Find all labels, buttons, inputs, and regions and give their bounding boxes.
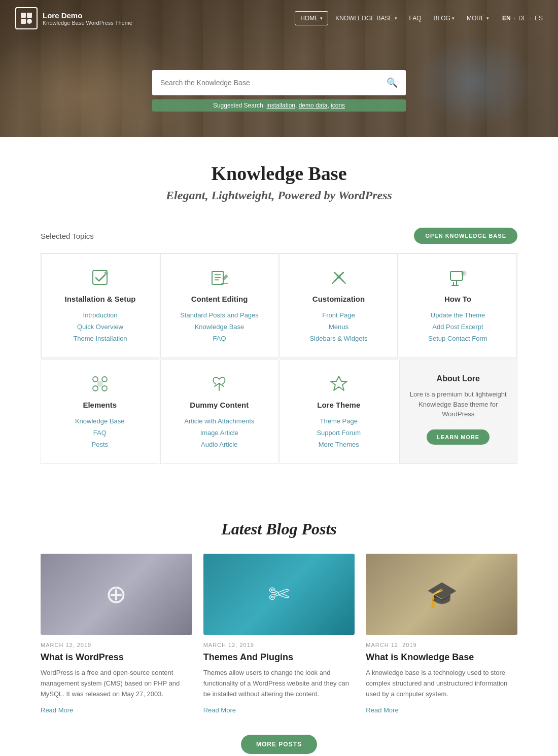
- topic-title-installation: Installation & Setup: [52, 295, 149, 303]
- svg-rect-7: [212, 271, 223, 284]
- topic-grid-row1: Installation & Setup Introduction Quick …: [41, 253, 517, 358]
- blog-card-knowledge-base: 🎓 MARCH 12, 2019 What is Knowledge Base …: [366, 554, 517, 714]
- more-posts-button[interactable]: MORE POSTS: [241, 735, 317, 754]
- svg-text:?: ?: [463, 272, 465, 276]
- logo-icon: [15, 7, 38, 29]
- search-box: 🔍: [152, 70, 406, 95]
- topic-title-howto: How To: [409, 295, 506, 303]
- lang-de[interactable]: DE: [518, 15, 527, 22]
- topic-card-dummy-content: Dummy Content Article with Attachments I…: [160, 359, 279, 464]
- site-logo[interactable]: Lore Demo Knowledge Base WordPress Theme: [15, 7, 132, 29]
- topic-card-content-editing: Content Editing Standard Posts and Pages…: [160, 254, 278, 358]
- blog-grid: ⊕ MARCH 12, 2019 What is WordPress WordP…: [41, 554, 517, 714]
- read-more-2[interactable]: Read More: [203, 706, 236, 714]
- svg-rect-1: [27, 13, 32, 18]
- topic-links-dummy-content: Article with Attachments Image Article A…: [171, 416, 268, 449]
- link-front-page[interactable]: Front Page: [322, 311, 355, 319]
- blog-date-1: MARCH 12, 2019: [41, 642, 192, 648]
- blog-card-themes-plugins: ✄ MARCH 12, 2019 Themes And Plugins Them…: [203, 554, 355, 714]
- topic-links-elements: Knowledge Base FAQ Posts: [51, 416, 149, 449]
- blog-date-2: MARCH 12, 2019: [203, 642, 355, 648]
- search-button[interactable]: 🔍: [378, 70, 406, 95]
- nav-knowledge-base[interactable]: KNOWLEDGE BASE ▾: [330, 12, 402, 25]
- nav-arrow: ▾: [486, 16, 489, 21]
- link-quick-overview[interactable]: Quick Overview: [77, 323, 123, 331]
- topic-card-lore-theme: Lore Theme Theme Page Support Forum More…: [280, 359, 398, 464]
- suggested-link-installation[interactable]: installation: [266, 102, 295, 109]
- link-audio-article[interactable]: Audio Article: [201, 441, 237, 448]
- themes-icon: ✄: [268, 580, 290, 609]
- read-more-1[interactable]: Read More: [41, 706, 73, 714]
- kb-title: Knowledge Base: [41, 162, 517, 185]
- blog-section: Latest Blog Posts ⊕ MARCH 12, 2019 What …: [0, 494, 558, 756]
- link-faq-1[interactable]: FAQ: [213, 335, 226, 342]
- link-theme-page[interactable]: Theme Page: [320, 417, 358, 425]
- topic-links-installation: Introduction Quick Overview Theme Instal…: [52, 310, 149, 343]
- link-menus[interactable]: Menus: [329, 323, 348, 331]
- topics-header: Selected Topics OPEN KNOWLEDGE BASE: [41, 228, 517, 244]
- link-setup-contact-form[interactable]: Setup Contact Form: [428, 335, 487, 342]
- suggested-link-icons[interactable]: icons: [331, 102, 345, 109]
- link-posts-elements[interactable]: Posts: [91, 441, 108, 448]
- link-add-post-excerpt[interactable]: Add Post Excerpt: [432, 323, 483, 331]
- link-more-themes[interactable]: More Themes: [319, 441, 359, 448]
- search-input[interactable]: [152, 71, 378, 94]
- search-section: 🔍 Suggested Search: installation, demo d…: [152, 70, 406, 112]
- topic-links-howto: Update the Theme Add Post Excerpt Setup …: [409, 310, 506, 343]
- topic-card-customization: Customization Front Page Menus Sidebars …: [280, 254, 398, 358]
- blog-section-title: Latest Blog Posts: [41, 520, 517, 538]
- installation-icon: [52, 268, 149, 287]
- topic-title-customization: Customization: [290, 295, 387, 303]
- kb-subtitle: Elegant, Lightweight, Powered by WordPre…: [41, 189, 517, 202]
- nav-blog[interactable]: BLOG ▾: [429, 12, 460, 25]
- open-knowledge-base-button[interactable]: OPEN KNOWLEDGE BASE: [414, 228, 517, 244]
- customization-icon: [290, 268, 387, 287]
- link-article-attachments[interactable]: Article with Attachments: [184, 417, 254, 425]
- blog-date-3: MARCH 12, 2019: [366, 642, 517, 648]
- suggested-search: Suggested Search: installation, demo dat…: [152, 99, 406, 112]
- topic-links-content-editing: Standard Posts and Pages Knowledge Base …: [171, 310, 268, 343]
- blog-post-title-3: What is Knowledge Base: [366, 652, 517, 663]
- suggested-link-demo-data[interactable]: demo data: [299, 102, 328, 109]
- blog-card-wordpress: ⊕ MARCH 12, 2019 What is WordPress WordP…: [41, 554, 192, 714]
- topic-links-customization: Front Page Menus Sidebars & Widgets: [290, 310, 387, 343]
- howto-icon: ?: [409, 268, 506, 287]
- blog-excerpt-2: Themes allow users to change the look an…: [203, 668, 355, 699]
- nav-more[interactable]: MORE ▾: [462, 12, 494, 25]
- language-switcher: EN · DE · ES: [502, 15, 543, 22]
- nav-arrow: ▾: [320, 16, 323, 21]
- link-support-forum[interactable]: Support Forum: [317, 429, 361, 437]
- wordpress-icon: ⊕: [106, 580, 127, 609]
- link-standard-posts[interactable]: Standard Posts and Pages: [180, 311, 259, 319]
- svg-point-23: [93, 386, 98, 391]
- read-more-3[interactable]: Read More: [366, 706, 398, 714]
- learn-more-button[interactable]: LEARN MORE: [427, 429, 490, 445]
- topic-card-elements: Elements Knowledge Base FAQ Posts: [41, 359, 159, 464]
- topic-card-installation: Installation & Setup Introduction Quick …: [41, 254, 159, 358]
- search-icon: 🔍: [387, 78, 398, 88]
- lore-theme-icon: [290, 374, 388, 393]
- blog-post-title-1: What is WordPress: [41, 652, 192, 663]
- svg-point-22: [102, 377, 107, 382]
- blog-post-title-2: Themes And Plugins: [203, 652, 355, 663]
- lang-es[interactable]: ES: [535, 15, 543, 22]
- nav-faq[interactable]: FAQ: [404, 12, 427, 25]
- link-sidebars-widgets[interactable]: Sidebars & Widgets: [309, 335, 367, 342]
- link-theme-installation[interactable]: Theme Installation: [73, 335, 127, 342]
- topic-card-howto: ? How To Update the Theme Add Post Excer…: [399, 254, 517, 358]
- site-header: Lore Demo Knowledge Base WordPress Theme…: [0, 0, 558, 137]
- link-knowledge-base-1[interactable]: Knowledge Base: [195, 323, 245, 331]
- topics-label: Selected Topics: [41, 232, 94, 240]
- svg-marker-26: [331, 376, 347, 390]
- link-update-theme[interactable]: Update the Theme: [431, 311, 485, 319]
- svg-rect-2: [21, 19, 26, 24]
- lang-en[interactable]: EN: [502, 15, 511, 22]
- link-introduction[interactable]: Introduction: [83, 311, 118, 319]
- blog-excerpt-3: A knowledge base is a technology used to…: [366, 668, 517, 699]
- topic-links-lore-theme: Theme Page Support Forum More Themes: [290, 416, 388, 449]
- link-faq-elements[interactable]: FAQ: [93, 429, 107, 437]
- link-image-article[interactable]: Image Article: [200, 429, 238, 437]
- nav-home[interactable]: HOME ▾: [295, 11, 328, 25]
- svg-point-3: [27, 19, 32, 24]
- link-kb-elements[interactable]: Knowledge Base: [75, 417, 125, 425]
